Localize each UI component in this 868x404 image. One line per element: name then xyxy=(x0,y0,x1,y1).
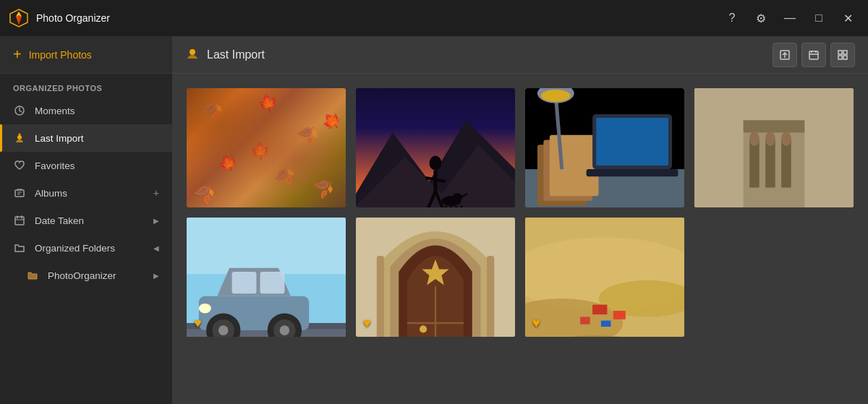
photo-item-door[interactable]: ♥ xyxy=(356,218,515,337)
desert-svg xyxy=(525,218,684,337)
title-bar: Photo Organizer ? ⚙ — □ ✕ xyxy=(0,0,868,36)
door-svg xyxy=(356,218,515,337)
svg-rect-25 xyxy=(838,56,842,59)
door-favorite-icon: ♥ xyxy=(363,316,371,331)
maximize-button[interactable]: □ xyxy=(807,7,830,30)
title-bar-controls: ? ⚙ — □ ✕ xyxy=(720,7,859,30)
svg-rect-97 xyxy=(592,305,607,315)
content-area: Last Import 🍂 🍁 🍂 xyxy=(172,36,868,404)
last-import-label: Last Import xyxy=(35,133,159,144)
sidebar-item-moments[interactable]: Moments xyxy=(0,97,172,124)
photo-organizer-expand-icon[interactable]: ▶ xyxy=(153,272,159,280)
svg-point-63 xyxy=(781,132,791,146)
photo-item-car[interactable]: ♥ xyxy=(187,218,346,337)
svg-point-53 xyxy=(541,90,571,102)
organized-folders-icon xyxy=(13,241,26,254)
photo-item-autumn[interactable]: 🍂 🍁 🍂 🍁 🍂 🍁 🍂 🍁 🍂 xyxy=(187,88,346,207)
sidebar-item-date-taken[interactable]: Date Taken ▶ xyxy=(0,207,172,234)
export-button[interactable] xyxy=(773,43,797,67)
content-header-title: Last Import xyxy=(207,48,765,61)
organized-folders-label: Organized Folders xyxy=(35,243,145,254)
header-actions xyxy=(773,43,855,67)
svg-marker-3 xyxy=(19,15,22,25)
moments-icon xyxy=(13,104,26,117)
svg-rect-74 xyxy=(232,272,257,293)
svg-point-82 xyxy=(199,304,211,314)
svg-rect-26 xyxy=(843,56,847,59)
albums-icon xyxy=(13,186,26,199)
svg-rect-57 xyxy=(744,120,805,132)
svg-point-30 xyxy=(430,156,442,171)
grid-view-button[interactable] xyxy=(830,43,855,67)
svg-rect-91 xyxy=(487,256,494,337)
svg-rect-23 xyxy=(838,51,842,54)
svg-point-78 xyxy=(218,325,229,335)
favorites-icon xyxy=(13,159,26,172)
settings-button[interactable]: ⚙ xyxy=(749,7,773,30)
sidebar-item-albums[interactable]: Albums + xyxy=(0,179,172,207)
sidebar-item-organized-folders[interactable]: Organized Folders ◀ xyxy=(0,234,172,262)
laptop-svg xyxy=(525,88,684,207)
organized-photos-label: Organized Photos xyxy=(0,74,172,97)
albums-add-icon[interactable]: + xyxy=(153,187,159,199)
photo-grid: 🍂 🍁 🍂 🍁 🍂 🍁 🍂 🍁 🍂 xyxy=(172,74,868,404)
svg-point-36 xyxy=(453,193,463,202)
svg-point-89 xyxy=(420,325,427,332)
sidebar-item-photo-organizer-folder[interactable]: PhotoOrganizer ▶ xyxy=(0,262,172,289)
import-plus-icon: + xyxy=(13,46,22,63)
close-button[interactable]: ✕ xyxy=(836,7,859,30)
photo-item-desert[interactable]: ♥ xyxy=(525,218,684,337)
organized-folders-collapse-icon[interactable]: ◀ xyxy=(153,244,159,252)
svg-rect-100 xyxy=(601,321,611,327)
minimize-button[interactable]: — xyxy=(778,7,801,30)
import-button-label: Import Photos xyxy=(29,49,92,61)
date-taken-icon xyxy=(13,214,26,227)
car-svg xyxy=(187,218,346,337)
svg-rect-99 xyxy=(580,317,590,325)
import-photos-button[interactable]: + Import Photos xyxy=(0,36,172,74)
last-import-icon xyxy=(13,132,26,145)
svg-point-61 xyxy=(749,132,760,146)
svg-rect-8 xyxy=(15,190,24,197)
svg-point-62 xyxy=(765,132,775,146)
app-title: Photo Organizer xyxy=(36,12,720,24)
sidebar-item-favorites[interactable]: Favorites xyxy=(0,152,172,179)
photo-item-hiker[interactable] xyxy=(356,88,515,207)
help-button[interactable]: ? xyxy=(720,7,744,30)
svg-rect-9 xyxy=(17,189,22,190)
svg-rect-98 xyxy=(613,311,626,319)
svg-point-6 xyxy=(17,135,22,139)
aerial-svg xyxy=(694,88,854,207)
calendar-view-button[interactable] xyxy=(801,43,826,67)
svg-rect-24 xyxy=(843,51,847,54)
sidebar-item-last-import[interactable]: Last Import xyxy=(0,124,172,152)
content-header: Last Import xyxy=(172,36,868,74)
photo-item-laptop[interactable] xyxy=(525,88,684,207)
car-favorite-icon: ♥ xyxy=(194,316,202,331)
svg-point-7 xyxy=(19,134,21,136)
date-taken-expand-icon[interactable]: ▶ xyxy=(153,217,159,225)
svg-point-16 xyxy=(190,49,195,55)
svg-line-38 xyxy=(450,206,451,207)
svg-point-81 xyxy=(280,325,290,335)
app-logo-icon xyxy=(9,8,29,28)
content-header-icon xyxy=(185,46,200,64)
svg-rect-75 xyxy=(260,272,285,293)
svg-rect-67 xyxy=(187,218,346,274)
moments-label: Moments xyxy=(35,106,159,116)
svg-rect-19 xyxy=(809,51,818,59)
autumn-leaves-overlay: 🍂 🍁 🍂 🍁 🍂 🍁 🍂 🍁 🍂 xyxy=(187,88,346,207)
svg-rect-90 xyxy=(377,256,384,337)
main-layout: + Import Photos Organized Photos Moments… xyxy=(0,36,868,404)
desert-favorite-icon: ♥ xyxy=(532,316,540,331)
date-taken-label: Date Taken xyxy=(35,215,145,226)
svg-rect-50 xyxy=(587,169,678,176)
sidebar: + Import Photos Organized Photos Moments… xyxy=(0,36,172,404)
svg-rect-12 xyxy=(15,217,24,225)
svg-rect-49 xyxy=(596,118,668,166)
svg-line-40 xyxy=(461,206,463,207)
albums-label: Albums xyxy=(35,188,145,199)
photo-item-aerial[interactable] xyxy=(694,88,854,207)
photo-organizer-folder-label: PhotoOrganizer xyxy=(48,270,145,281)
hiker-svg xyxy=(356,88,515,207)
